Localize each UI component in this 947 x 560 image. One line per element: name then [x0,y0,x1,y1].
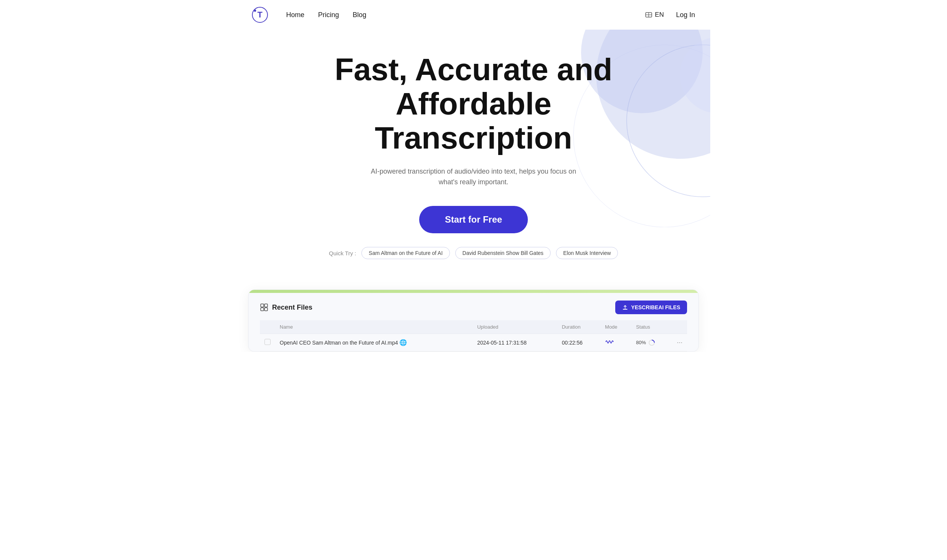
svg-rect-13 [261,308,264,311]
start-for-free-button[interactable]: Start for Free [419,206,528,233]
table-body: OpenAI CEO Sam Altman on the Future of A… [260,334,687,351]
svg-text:T: T [257,10,263,19]
language-label: EN [655,11,664,19]
status-badge: 80% [636,339,668,346]
hero-title: Fast, Accurate and Affordable Transcript… [318,52,629,155]
quick-try-section: Quick Try : Sam Altman on the Future of … [252,247,695,259]
svg-point-10 [680,37,710,113]
row-actions-menu[interactable]: ··· [677,339,683,346]
row-filename: OpenAI CEO Sam Altman on the Future of A… [280,340,398,346]
quick-try-chip-0[interactable]: Sam Altman on the Future of AI [361,247,450,259]
login-button[interactable]: Log In [676,11,695,19]
recent-files-header: Recent Files YESCRIBEAI FILES [260,301,687,314]
hero-subtitle: AI-powered transcription of audio/video … [367,166,580,188]
quick-try-chip-1[interactable]: David Rubenstein Show Bill Gates [455,247,551,259]
svg-point-2 [254,9,256,12]
table-header: Name Uploaded Duration Mode Status [260,320,687,334]
status-percent: 80% [636,340,646,345]
row-name-cell: OpenAI CEO Sam Altman on the Future of A… [275,334,473,351]
recent-files-label: Recent Files [272,304,312,312]
waveform-icon [605,339,614,345]
quick-try-chip-2[interactable]: Elon Musk Interview [556,247,618,259]
hero-section: Fast, Accurate and Affordable Transcript… [237,30,710,274]
svg-rect-12 [264,304,268,307]
col-name: Name [275,320,473,334]
col-mode: Mode [600,320,632,334]
files-table: Name Uploaded Duration Mode Status OpenA… [260,320,687,351]
col-uploaded: Uploaded [473,320,557,334]
row-duration: 00:22:56 [557,334,600,351]
row-status: 80% [632,334,672,351]
upload-icon [622,304,628,310]
col-status: Status [632,320,672,334]
row-dots-cell[interactable]: ··· [672,334,687,351]
language-selector[interactable]: EN [645,11,664,19]
files-icon [260,303,268,312]
dashboard-preview: Recent Files YESCRIBEAI FILES Name Uploa… [248,289,699,352]
col-duration: Duration [557,320,600,334]
logo-icon: T [252,7,268,23]
svg-rect-15 [623,309,627,310]
logo[interactable]: T [252,7,268,23]
row-uploaded: 2024-05-11 17:31:58 [473,334,557,351]
yescribeai-files-button[interactable]: YESCRIBEAI FILES [615,301,687,314]
nav-right: EN Log In [645,11,695,19]
quick-try-label: Quick Try : [329,250,356,256]
recent-files-title: Recent Files [260,303,312,312]
svg-rect-11 [261,304,264,307]
nav-pricing[interactable]: Pricing [318,11,339,19]
nav-blog[interactable]: Blog [353,11,366,19]
loading-icon [648,339,655,346]
nav-links: Home Pricing Blog [286,11,366,19]
svg-point-8 [627,45,710,197]
nav-home[interactable]: Home [286,11,304,19]
navbar: T Home Pricing Blog EN Log In [237,0,710,30]
row-mode [600,334,632,351]
row-checkbox-cell[interactable] [260,334,275,351]
dashboard-top-bar [249,290,698,293]
row-checkbox[interactable] [264,339,271,345]
col-actions [672,320,687,334]
svg-rect-14 [264,308,268,311]
col-checkbox [260,320,275,334]
globe-icon: 🌐 [399,339,407,346]
translate-icon [645,11,652,19]
dashboard-content: Recent Files YESCRIBEAI FILES Name Uploa… [249,293,698,351]
table-row: OpenAI CEO Sam Altman on the Future of A… [260,334,687,351]
